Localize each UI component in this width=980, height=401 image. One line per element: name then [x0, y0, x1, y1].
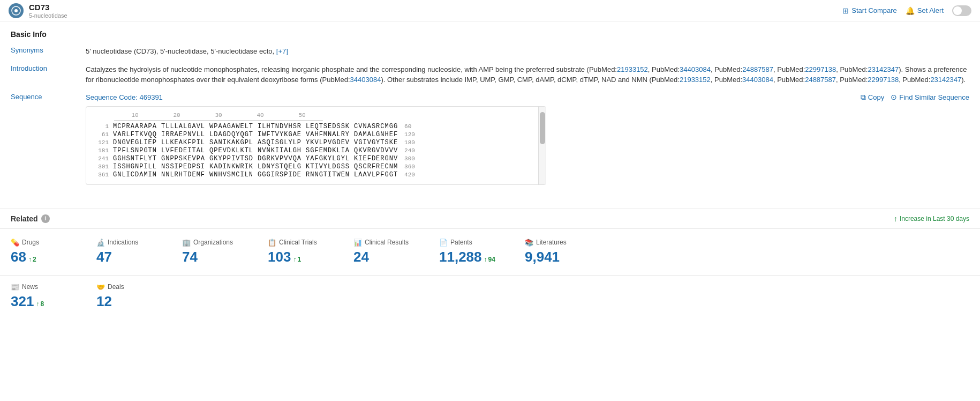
intro-text-1: Catalyzes the hydrolysis of nucleotide m…: [86, 65, 617, 73]
intro-text-2: , PubMed:: [648, 65, 680, 73]
sequence-box: 10 20 30 40 50 1MCPRAARAPATLLLALGAVLWPAA…: [86, 106, 546, 185]
sequence-header: Sequence Code: 469391 ⧉ Copy ⊙ Find Simi…: [86, 93, 969, 102]
pubmed-link-2[interactable]: 34403084: [680, 65, 711, 73]
stat-icon: 🏢: [182, 239, 191, 247]
stat-item[interactable]: 🔬 Indications 47: [96, 235, 182, 269]
seq-segment: IRRAEPNVLL: [161, 131, 205, 138]
seq-row-end: 240: [404, 147, 415, 154]
seq-segment: KTIVYLDGSS: [306, 163, 350, 170]
stat-item-row2[interactable]: 🤝 Deals 12: [96, 280, 182, 313]
pubmed-link-8[interactable]: 34403084: [742, 76, 773, 84]
scrollbar-thumb: [540, 112, 545, 144]
pubmed-link-1[interactable]: 21933152: [617, 65, 648, 73]
stat-label: 📊 Clinical Results: [353, 239, 428, 247]
sequence-rows: 1MCPRAARAPATLLLALGAVLWPAAGAWELTILHTNDVHS…: [94, 123, 538, 179]
page-title: CD73: [29, 3, 67, 12]
sequence-code-link[interactable]: Sequence Code: 469391: [86, 93, 163, 101]
set-alert-button[interactable]: 🔔 Set Alert: [906, 6, 944, 15]
sequence-actions: ⧉ Copy ⊙ Find Similar Sequence: [861, 93, 969, 102]
seq-row-num: 181: [94, 147, 113, 154]
pubmed-link-3[interactable]: 24887587: [742, 65, 773, 73]
seq-segment: IWFTVYKGAE: [258, 131, 301, 138]
sequence-row-item: 61VARLFTKVQQIRRAEPNVLLLDAGDQYQGTIWFTVYKG…: [94, 131, 538, 138]
sequence-row-item: 181TPFLSNPGTNLVFEDEITALQPEVDKLKTLNVNKIIA…: [94, 147, 538, 154]
ruler-line: [114, 120, 323, 121]
seq-row-num: 241: [94, 155, 113, 162]
find-similar-button[interactable]: ⊙ Find Similar Sequence: [891, 93, 969, 101]
intro-text-7: ). Other substrates include IMP, UMP, GM…: [381, 76, 680, 84]
synonyms-label: Synonyms: [11, 46, 86, 54]
pubmed-link-11[interactable]: 23142347: [930, 76, 961, 84]
copy-icon: ⧉: [861, 93, 866, 102]
copy-button[interactable]: ⧉ Copy: [861, 93, 884, 102]
related-hint: ↑ Increase in Last 30 days: [894, 214, 969, 223]
seq-row-end: 420: [404, 172, 415, 178]
seq-segment: NNLRHTDEMF: [161, 171, 205, 179]
seq-segment: WPAAGAWELT: [209, 123, 253, 130]
sequence-scrollbar[interactable]: [538, 107, 546, 184]
stat-icon: 📋: [268, 239, 276, 247]
seq-segment: ISSHGNPILL: [113, 163, 157, 170]
stats-grid-row2: 📰 News 321 8 🤝 Deals 12: [0, 276, 980, 317]
related-info-icon[interactable]: i: [41, 214, 50, 223]
stat-badge: 94: [484, 256, 495, 263]
stat-icon: 💊: [11, 239, 19, 247]
pubmed-link-7[interactable]: 21933152: [680, 76, 711, 84]
stat-item[interactable]: 📄 Patents 11,288 94: [439, 235, 525, 269]
stat-item[interactable]: 📊 Clinical Results 24: [353, 235, 439, 269]
pubmed-link-6[interactable]: 34403084: [350, 76, 381, 84]
stat-item[interactable]: 💊 Drugs 68 2: [11, 235, 96, 269]
increase-arrow-icon: ↑: [894, 214, 898, 223]
seq-segment: SGFEMDKLIA: [306, 147, 350, 154]
seq-segment: QPEVDKLKTL: [209, 147, 253, 154]
synonyms-more-link[interactable]: [+7]: [276, 47, 288, 55]
seq-segment: DGRKVPVVQA: [258, 155, 301, 162]
seq-row-num: 361: [94, 172, 113, 178]
stat-item[interactable]: 🏢 Organizations 74: [182, 235, 268, 269]
sequence-ruler: 10 20 30 40 50: [94, 112, 538, 118]
intro-text-8: , PubMed:: [711, 76, 742, 84]
stat-value: 321 8: [11, 293, 86, 310]
intro-text-3: , PubMed:: [711, 65, 742, 73]
seq-segment: TLLLALGAVL: [161, 123, 205, 130]
basic-info-title: Basic Info: [11, 30, 969, 39]
seq-row-num: 301: [94, 164, 113, 170]
set-alert-label: Set Alert: [917, 6, 944, 14]
intro-text-4: , PubMed:: [773, 65, 805, 73]
stat-icon: 📰: [11, 283, 19, 291]
seq-segment: YAFGKYLGYL: [306, 155, 350, 162]
sequence-row-item: 241GGHSNTFLYTGNPPSKEVPAGKYPPIVTSDDGRKVPV…: [94, 155, 538, 162]
seq-segment: RNNGTITWEN: [306, 171, 350, 179]
pubmed-link-4[interactable]: 22997138: [805, 65, 836, 73]
stat-item[interactable]: 📋 Clinical Trials 103 1: [268, 235, 353, 269]
stat-icon: 📊: [353, 239, 362, 247]
stat-value: 47: [96, 249, 171, 265]
related-hint-text: Increase in Last 30 days: [900, 215, 969, 222]
seq-segment: YKVLPVGDEV: [306, 139, 350, 146]
stat-label-text: Organizations: [193, 239, 233, 246]
seq-segment: DNGVEGLIEP: [113, 139, 157, 146]
seq-segment: CVNASRCMGG: [354, 123, 398, 130]
related-header: Related i ↑ Increase in Last 30 days: [0, 209, 980, 229]
stat-icon: 📄: [439, 239, 448, 247]
stat-label: 🔬 Indications: [96, 239, 171, 247]
start-compare-button[interactable]: ⊞ Start Compare: [842, 6, 897, 15]
alert-toggle[interactable]: [952, 5, 971, 16]
stat-icon: 🔬: [96, 239, 105, 247]
stat-item-row2[interactable]: 📰 News 321 8: [11, 280, 96, 313]
seq-row-end: 120: [404, 131, 415, 138]
pubmed-link-9[interactable]: 24887587: [805, 76, 836, 84]
seq-segment: VAHFMNALRY: [306, 131, 350, 138]
pubmed-link-10[interactable]: 22997138: [868, 76, 899, 84]
seq-segment: NVNKIIALGH: [258, 147, 301, 154]
sequence-row-item: 121DNGVEGLIEPLLKEAKFPILSANIKAKGPLASQISGL…: [94, 139, 538, 146]
intro-text-12: ).: [961, 76, 966, 84]
stat-icon: 🤝: [96, 283, 105, 291]
page-subtitle: 5-nucleotidase: [29, 12, 67, 19]
stat-item[interactable]: 📚 Literatures 9,941: [525, 235, 610, 269]
stat-label: 📚 Literatures: [525, 239, 600, 247]
stat-label-text: Indications: [108, 239, 138, 246]
pubmed-link-5[interactable]: 23142347: [868, 65, 899, 73]
seq-segment: LVFEDEITAL: [161, 147, 205, 154]
compare-icon: ⊞: [842, 6, 849, 15]
